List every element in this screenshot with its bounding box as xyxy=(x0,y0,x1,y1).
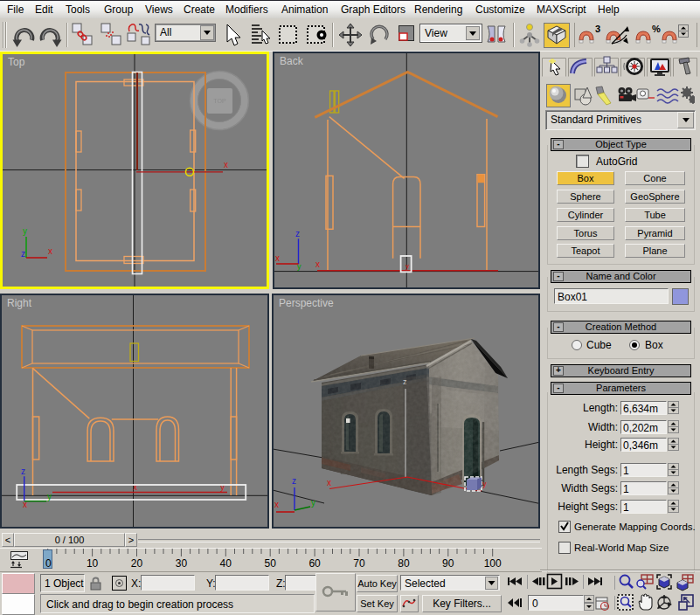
svg-text:z: z xyxy=(292,476,296,486)
svg-text:20: 20 xyxy=(131,557,143,570)
svg-text:TOP: TOP xyxy=(213,98,226,104)
svg-text:x: x xyxy=(133,482,137,492)
svg-text:x: x xyxy=(48,246,52,256)
svg-text:y: y xyxy=(47,492,52,501)
svg-text:100: 100 xyxy=(484,557,502,570)
svg-text:x: x xyxy=(224,160,228,169)
svg-text:y: y xyxy=(311,498,315,508)
svg-text:z: z xyxy=(403,377,407,386)
svg-text:y: y xyxy=(23,226,27,236)
svg-text:All: All xyxy=(160,26,171,38)
svg-text:x: x xyxy=(23,500,27,509)
svg-text:0: 0 xyxy=(45,557,52,570)
svg-text:80: 80 xyxy=(398,557,410,570)
svg-text:z: z xyxy=(295,229,300,238)
svg-text:y: y xyxy=(297,262,301,271)
svg-text:y: y xyxy=(405,262,409,270)
svg-text:z: z xyxy=(21,466,25,476)
svg-text:View: View xyxy=(425,27,447,39)
svg-text:3: 3 xyxy=(595,24,600,34)
svg-text:y: y xyxy=(220,482,225,492)
svg-text:30: 30 xyxy=(176,557,188,570)
svg-text:z: z xyxy=(21,249,25,259)
svg-text:40: 40 xyxy=(220,557,232,570)
svg-text:x: x xyxy=(327,478,331,487)
svg-text:60: 60 xyxy=(308,557,321,570)
svg-text:90: 90 xyxy=(442,557,454,570)
svg-text:x: x xyxy=(274,500,279,509)
svg-text:x: x xyxy=(275,253,280,263)
svg-text:%: % xyxy=(652,24,661,34)
svg-text:y: y xyxy=(482,480,487,488)
svg-text:x: x xyxy=(315,259,320,269)
svg-text:70: 70 xyxy=(353,557,365,570)
svg-text:10: 10 xyxy=(87,557,99,570)
svg-text:50: 50 xyxy=(265,557,277,570)
